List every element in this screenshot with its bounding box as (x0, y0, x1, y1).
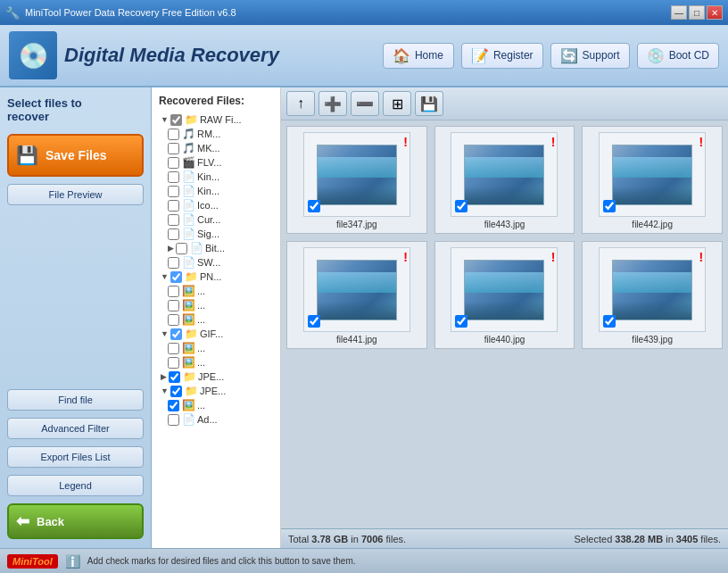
thumbnail-image (612, 145, 692, 205)
thumbnail-image-area: ! (451, 132, 558, 217)
thumbnail-image-area: ! (303, 132, 410, 217)
thumbnail-filename: file442.jpg (632, 220, 673, 229)
toolbar-remove-button[interactable]: ➖ (351, 91, 379, 116)
tree-checkbox[interactable] (168, 171, 179, 183)
thumbnail-image-area: ! (599, 247, 706, 332)
tree-checkbox[interactable] (168, 400, 179, 411)
tree-checkbox[interactable] (169, 371, 180, 383)
tree-arrow: ▼ (161, 272, 169, 281)
tree-item[interactable]: 🖼️ ... (153, 298, 278, 312)
tree-item[interactable]: ▼ 📁 RAW Fi... (153, 112, 278, 127)
tree-checkbox[interactable] (168, 314, 179, 326)
tree-item[interactable]: 📄 Sig... (153, 227, 278, 241)
nav-buttons: 🏠 Home 📝 Register 🔄 Support 💿 Boot CD (383, 43, 719, 69)
tree-item[interactable]: 📄 Ad... (153, 412, 278, 427)
tree-checkbox[interactable] (168, 300, 179, 311)
logo-icon: 💿 (9, 31, 57, 79)
tree-item[interactable]: 📄 Cur... (153, 212, 278, 227)
toolbar-up-button[interactable]: ↑ (286, 91, 315, 116)
tree-checkbox[interactable] (176, 243, 187, 254)
tree-checkbox[interactable] (168, 214, 179, 226)
thumbnail-image-area: ! (303, 247, 410, 332)
tree-item[interactable]: ▼ 📁 JPE... (153, 384, 278, 398)
tree-checkbox[interactable] (168, 357, 179, 369)
tree-item[interactable]: 🖼️ ... (153, 341, 278, 355)
minitool-logo: MiniTool (7, 554, 58, 569)
tree-item[interactable]: 📄 Kin... (153, 170, 278, 184)
tree-checkbox[interactable] (170, 271, 182, 283)
thumbnail-image-area: ! (451, 247, 558, 332)
tree-item[interactable]: ▼ 📁 GIF... (153, 327, 278, 341)
thumbnail-checkbox[interactable] (455, 315, 467, 328)
thumbnail-image (612, 260, 692, 320)
thumbnail-cell: ! file347.jpg (286, 126, 427, 234)
tree-checkbox[interactable] (168, 200, 179, 212)
thumbnail-image (317, 260, 397, 320)
tree-item[interactable]: 📄 Ico... (153, 198, 278, 212)
tree-checkbox[interactable] (170, 328, 182, 340)
thumbnails-scroll[interactable]: ! file347.jpg ! file443.jpg (281, 120, 728, 528)
tree-item[interactable]: 📄 SW... (153, 255, 278, 270)
save-icon: 💾 (420, 96, 438, 112)
tree-checkbox[interactable] (168, 129, 179, 140)
legend-button[interactable]: Legend (7, 475, 144, 496)
export-files-button[interactable]: Export Files List (7, 446, 144, 468)
tree-item[interactable]: ▼ 📁 PN... (153, 270, 278, 284)
tree-item[interactable]: 🖼️ ... (153, 398, 278, 412)
thumbnail-checkbox[interactable] (603, 200, 616, 212)
tree-item[interactable]: 🎵 MK... (153, 141, 278, 155)
thumbnail-checkbox[interactable] (308, 200, 320, 212)
tree-checkbox[interactable] (170, 386, 182, 397)
thumbnail-checkbox[interactable] (603, 315, 616, 328)
toolbar-grid-button[interactable]: ⊞ (383, 91, 411, 116)
thumbnail-cell: ! file441.jpg (286, 241, 427, 349)
add-icon: ➕ (324, 96, 342, 112)
toolbar-save-button[interactable]: 💾 (415, 91, 443, 116)
total-status: Total 3.78 GB in 7006 files. (288, 534, 406, 544)
save-files-button[interactable]: 💾 Save Files (7, 134, 144, 177)
tree-item[interactable]: 🖼️ ... (153, 312, 278, 327)
tree-item[interactable]: 🖼️ ... (153, 284, 278, 298)
remove-icon: ➖ (356, 96, 374, 112)
find-file-button[interactable]: Find file (7, 389, 144, 411)
minimize-button[interactable]: — (671, 5, 687, 20)
advanced-filter-button[interactable]: Advanced Filter (7, 418, 144, 439)
title-bar-left: 🔧 MiniTool Power Data Recovery Free Edit… (5, 6, 236, 20)
bootcd-button[interactable]: 💿 Boot CD (637, 43, 719, 69)
file-tree[interactable]: Recovered Files: ▼ 📁 RAW Fi... 🎵 RM... 🎵… (152, 87, 281, 548)
tree-checkbox[interactable] (168, 228, 179, 240)
tree-checkbox[interactable] (168, 286, 179, 297)
toolbar-add-button[interactable]: ➕ (318, 91, 347, 116)
thumbnail-filename: file443.jpg (484, 220, 525, 229)
thumbnail-cell: ! file442.jpg (582, 126, 723, 234)
tree-checkbox[interactable] (168, 257, 179, 269)
back-button[interactable]: ⬅ Back (7, 503, 144, 539)
tree-item[interactable]: 🎵 RM... (153, 127, 278, 141)
file-preview-button[interactable]: File Preview (7, 184, 144, 205)
tree-item[interactable]: ▶ 📁 JPE... (153, 370, 278, 384)
thumbnail-image (317, 145, 397, 205)
maximize-button[interactable]: □ (689, 5, 705, 20)
tree-checkbox[interactable] (170, 114, 182, 126)
tree-item[interactable]: 📄 Kin... (153, 184, 278, 198)
selected-status: Selected 338.28 MB in 3405 files. (574, 534, 721, 544)
tree-arrow: ▶ (161, 372, 167, 381)
tree-checkbox[interactable] (168, 414, 179, 426)
thumbnail-cell: ! file439.jpg (582, 241, 723, 349)
error-badge: ! (699, 135, 703, 149)
thumbnail-checkbox[interactable] (308, 315, 320, 328)
home-button[interactable]: 🏠 Home (383, 43, 454, 69)
support-button[interactable]: 🔄 Support (550, 43, 630, 69)
tree-item[interactable]: 🖼️ ... (153, 355, 278, 370)
thumbnail-checkbox[interactable] (455, 200, 467, 212)
close-button[interactable]: ✕ (707, 5, 723, 20)
tree-checkbox[interactable] (168, 143, 179, 154)
tree-item[interactable]: 🎬 FLV... (153, 155, 278, 170)
tree-checkbox[interactable] (168, 343, 179, 354)
tree-item[interactable]: ▶ 📄 Bit... (153, 241, 278, 255)
thumbnail-image-area: ! (599, 132, 706, 217)
back-icon: ⬅ (16, 511, 29, 531)
register-button[interactable]: 📝 Register (461, 43, 543, 69)
tree-checkbox[interactable] (168, 157, 179, 169)
tree-checkbox[interactable] (168, 186, 179, 197)
